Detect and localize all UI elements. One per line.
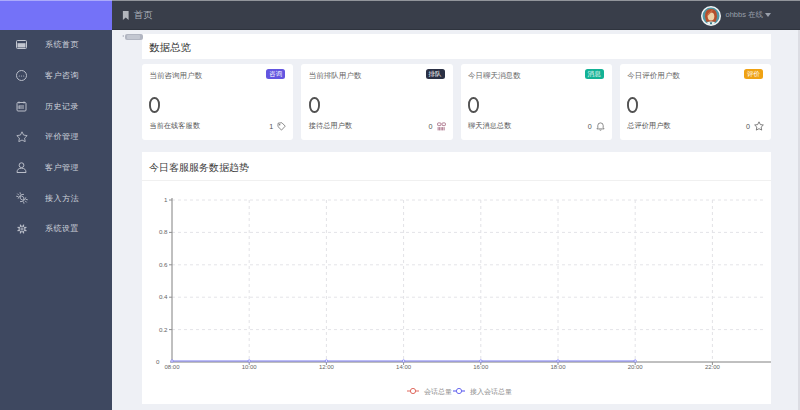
- svg-text:10:00: 10:00: [242, 364, 258, 370]
- svg-text:0.2: 0.2: [159, 326, 168, 333]
- svg-text:18:00: 18:00: [550, 364, 566, 370]
- svg-text:16:00: 16:00: [473, 364, 489, 370]
- svg-text:0.8: 0.8: [159, 228, 168, 235]
- svg-text:08:00: 08:00: [164, 364, 180, 370]
- svg-text:0.4: 0.4: [159, 293, 168, 300]
- svg-text:会话总量: 会话总量: [424, 388, 452, 396]
- svg-text:接入会话总量: 接入会话总量: [470, 388, 512, 396]
- svg-text:20:00: 20:00: [628, 364, 644, 370]
- svg-text:14:00: 14:00: [396, 364, 412, 370]
- svg-text:0.6: 0.6: [159, 261, 168, 268]
- svg-text:0: 0: [156, 358, 160, 365]
- svg-text:1: 1: [164, 196, 168, 203]
- svg-text:12:00: 12:00: [319, 364, 335, 370]
- svg-text:22:00: 22:00: [705, 364, 721, 370]
